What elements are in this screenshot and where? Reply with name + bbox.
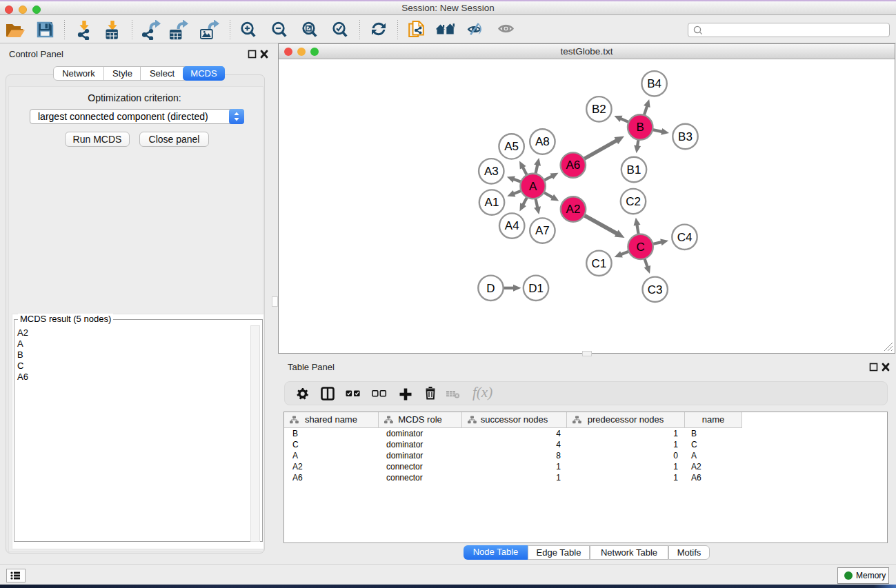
svg-text:B2: B2 [592, 103, 606, 116]
svg-text:C2: C2 [626, 195, 641, 208]
svg-text:A3: A3 [484, 165, 499, 178]
svg-text:A1: A1 [485, 196, 499, 209]
svg-text:B3: B3 [678, 130, 693, 143]
svg-text:B: B [637, 121, 644, 134]
svg-text:C: C [636, 241, 644, 254]
svg-text:A6: A6 [566, 159, 580, 172]
svg-text:C3: C3 [648, 283, 663, 296]
svg-text:A7: A7 [535, 224, 550, 237]
svg-text:A5: A5 [504, 140, 519, 153]
svg-text:A4: A4 [505, 219, 519, 232]
svg-text:D1: D1 [528, 282, 544, 295]
svg-text:D: D [486, 282, 495, 295]
svg-text:A8: A8 [535, 135, 550, 148]
svg-text:B4: B4 [647, 77, 661, 90]
svg-text:C4: C4 [677, 231, 693, 244]
svg-text:B1: B1 [627, 163, 641, 176]
svg-text:A: A [529, 180, 537, 193]
svg-text:C1: C1 [592, 257, 607, 270]
svg-text:A2: A2 [566, 203, 581, 216]
